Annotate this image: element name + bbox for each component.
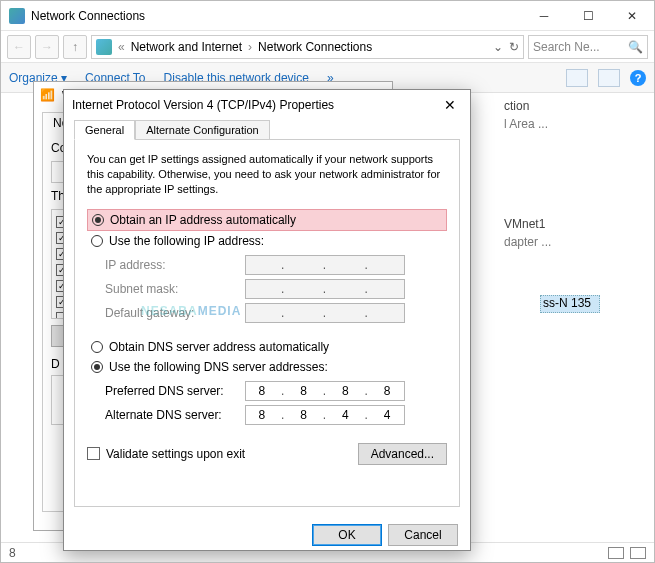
default-gateway-field: ... bbox=[245, 303, 405, 323]
alternate-dns-field[interactable]: 8. 8. 4. 4 bbox=[245, 405, 405, 425]
network-icon bbox=[9, 8, 25, 24]
ipv4-properties-dialog: Internet Protocol Version 4 (TCP/IPv4) P… bbox=[63, 89, 471, 551]
window-titlebar: Network Connections ─ ☐ ✕ bbox=[1, 1, 654, 31]
subnet-mask-field: ... bbox=[245, 279, 405, 299]
address-bar[interactable]: « Network and Internet › Network Connect… bbox=[91, 35, 524, 59]
breadcrumb-segment[interactable]: Network Connections bbox=[258, 40, 372, 54]
close-button[interactable]: ✕ bbox=[610, 1, 654, 31]
view-menu[interactable] bbox=[566, 69, 588, 87]
use-following-dns-radio[interactable]: Use the following DNS server addresses: bbox=[87, 357, 447, 377]
address-dropdown-icon[interactable]: ⌄ bbox=[493, 40, 503, 54]
obtain-dns-auto-radio[interactable]: Obtain DNS server address automatically bbox=[87, 337, 447, 357]
preferred-dns-field[interactable]: 8. 8. 8. 8 bbox=[245, 381, 405, 401]
ok-button[interactable]: OK bbox=[312, 524, 382, 546]
preview-pane-button[interactable] bbox=[598, 69, 620, 87]
connection-name[interactable]: ction bbox=[504, 99, 594, 113]
maximize-button[interactable]: ☐ bbox=[566, 1, 610, 31]
dialog-title: Internet Protocol Version 4 (TCP/IPv4) P… bbox=[72, 98, 334, 112]
back-button[interactable]: ← bbox=[7, 35, 31, 59]
search-placeholder: Search Ne... bbox=[533, 40, 600, 54]
view-large-icon[interactable] bbox=[630, 547, 646, 559]
breadcrumb-segment[interactable]: Network and Internet bbox=[131, 40, 242, 54]
item-count: 8 bbox=[9, 546, 16, 560]
alternate-dns-label: Alternate DNS server: bbox=[105, 408, 245, 422]
connection-selected[interactable]: ss-N 135 bbox=[540, 295, 600, 313]
intro-text: You can get IP settings assigned automat… bbox=[87, 152, 447, 197]
validate-settings-label: Validate settings upon exit bbox=[106, 447, 245, 461]
use-following-ip-radio[interactable]: Use the following IP address: bbox=[87, 231, 447, 251]
advanced-button[interactable]: Advanced... bbox=[358, 443, 447, 465]
validate-settings-checkbox[interactable] bbox=[87, 447, 100, 460]
forward-button[interactable]: → bbox=[35, 35, 59, 59]
tab-general[interactable]: General bbox=[74, 120, 135, 140]
ip-address-label: IP address: bbox=[105, 258, 245, 272]
up-button[interactable]: ↑ bbox=[63, 35, 87, 59]
default-gateway-label: Default gateway: bbox=[105, 306, 245, 320]
wifi-icon: 📶 bbox=[40, 88, 56, 104]
window-title: Network Connections bbox=[31, 9, 145, 23]
connection-name[interactable]: VMnet1 bbox=[504, 217, 594, 231]
subnet-mask-label: Subnet mask: bbox=[105, 282, 245, 296]
help-icon[interactable]: ? bbox=[630, 70, 646, 86]
obtain-ip-auto-radio[interactable]: Obtain an IP address automatically bbox=[87, 209, 447, 231]
cancel-button[interactable]: Cancel bbox=[388, 524, 458, 546]
refresh-icon[interactable]: ↻ bbox=[509, 40, 519, 54]
search-icon: 🔍 bbox=[628, 40, 643, 54]
tab-alternate-configuration[interactable]: Alternate Configuration bbox=[135, 120, 270, 140]
location-icon bbox=[96, 39, 112, 55]
preferred-dns-label: Preferred DNS server: bbox=[105, 384, 245, 398]
minimize-button[interactable]: ─ bbox=[522, 1, 566, 31]
view-details-icon[interactable] bbox=[608, 547, 624, 559]
close-icon[interactable]: ✕ bbox=[438, 97, 462, 113]
nav-toolbar: ← → ↑ « Network and Internet › Network C… bbox=[1, 31, 654, 63]
connection-desc: l Area ... bbox=[504, 117, 594, 131]
connection-desc: dapter ... bbox=[504, 235, 594, 249]
search-input[interactable]: Search Ne... 🔍 bbox=[528, 35, 648, 59]
ip-address-field: ... bbox=[245, 255, 405, 275]
